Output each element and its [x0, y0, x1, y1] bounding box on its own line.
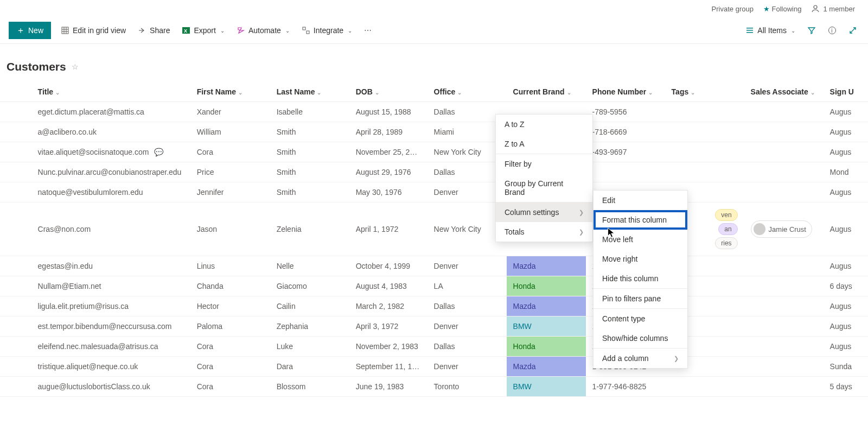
menu-column-settings[interactable]: Column settings❯	[496, 202, 592, 222]
cell-title[interactable]: ligula.elit.pretium@risus.ca	[31, 296, 190, 317]
cell-lastname: Smith	[270, 162, 349, 182]
menu-sort-az[interactable]: A to Z	[496, 115, 592, 134]
integrate-button[interactable]: Integrate⌄	[299, 23, 354, 38]
chevron-down-icon: ⌄	[457, 90, 462, 96]
cell-office: New York City	[427, 202, 507, 256]
cell-title[interactable]: a@aclibero.co.uk	[31, 122, 190, 142]
automate-button[interactable]: Automate⌄	[234, 23, 292, 38]
menu-filter-by[interactable]: Filter by	[496, 154, 592, 174]
table-row[interactable]: Nullam@Etiam.netChandaGiacomoAugust 4, 1…	[0, 276, 868, 296]
excel-icon: X	[182, 26, 190, 35]
cell-dob: September 11, 1990	[349, 357, 427, 377]
favorite-star[interactable]: ☆	[72, 62, 79, 71]
table-row[interactable]: egestas@in.eduLinusNelleOctober 4, 1999D…	[0, 256, 868, 276]
table-row[interactable]: est.tempor.bibendum@neccursusa.comPaloma…	[0, 317, 868, 337]
comment-icon[interactable]: 💬	[154, 148, 163, 156]
col-office[interactable]: Office⌄	[427, 82, 507, 102]
grid-icon	[61, 26, 69, 35]
menu-group-by[interactable]: Group by Current Brand	[496, 174, 592, 202]
following-toggle[interactable]: ★ Following	[763, 5, 802, 13]
submenu-edit[interactable]: Edit	[593, 191, 687, 210]
chevron-down-icon: ⌄	[648, 90, 653, 96]
table-row[interactable]: ligula.elit.pretium@risus.caHectorCailin…	[0, 296, 868, 317]
cell-firstname: Cora	[190, 357, 270, 377]
cell-phone	[586, 162, 665, 182]
col-sign[interactable]: Sign U	[824, 82, 868, 102]
cell-firstname: Price	[190, 162, 270, 182]
cell-office: Denver	[427, 256, 507, 276]
overflow-button[interactable]: ⋯	[362, 23, 374, 38]
cell-title[interactable]: eleifend.nec.malesuada@atrisus.ca	[31, 337, 190, 357]
cell-dob: May 30, 1976	[349, 182, 427, 202]
cell-title[interactable]: Cras@non.com	[31, 202, 190, 256]
cell-phone: -493-9697	[586, 142, 665, 162]
cell-title[interactable]: eget.dictum.placerat@mattis.ca	[31, 102, 190, 122]
cell-title[interactable]: Nunc.pulvinar.arcu@conubianostraper.edu	[31, 162, 190, 182]
chevron-down-icon: ⌄	[285, 28, 290, 34]
table-row[interactable]: eget.dictum.placerat@mattis.caXanderIsab…	[0, 102, 868, 122]
table-row[interactable]: vitae.aliquet@sociisnatoque.com💬CoraSmit…	[0, 142, 868, 162]
view-selector[interactable]: All Items⌄	[743, 23, 797, 38]
info-button[interactable]: i	[826, 24, 839, 37]
cell-office: Denver	[427, 182, 507, 202]
cell-office: New York City	[427, 142, 507, 162]
cell-title[interactable]: egestas@in.edu	[31, 256, 190, 276]
chevron-right-icon: ❯	[579, 229, 584, 236]
cell-title[interactable]: Nullam@Etiam.net	[31, 276, 190, 296]
submenu-hide-column[interactable]: Hide this column	[593, 269, 687, 288]
col-brand[interactable]: Current Brand⌄	[507, 82, 586, 102]
col-phone[interactable]: Phone Number⌄	[586, 82, 665, 102]
table-row[interactable]: natoque@vestibulumlorem.eduJenniferSmith…	[0, 182, 868, 202]
submenu-move-right[interactable]: Move right	[593, 249, 687, 269]
col-lastname[interactable]: Last Name⌄	[270, 82, 349, 102]
col-firstname[interactable]: First Name⌄	[190, 82, 270, 102]
table-row[interactable]: Cras@non.comJasonZeleniaApril 1, 1972New…	[0, 202, 868, 256]
export-button[interactable]: X Export⌄	[180, 23, 226, 38]
table-row[interactable]: eleifend.nec.malesuada@atrisus.caCoraLuk…	[0, 337, 868, 357]
cell-title[interactable]: natoque@vestibulumlorem.edu	[31, 182, 190, 202]
submenu-format-column[interactable]: Format this column	[593, 210, 687, 230]
cell-lastname: Zephania	[270, 317, 349, 337]
share-icon	[138, 26, 146, 35]
submenu-move-left[interactable]: Move left	[593, 230, 687, 249]
cell-associate	[744, 102, 824, 122]
cell-dob: April 28, 1989	[349, 122, 427, 142]
menu-totals[interactable]: Totals❯	[496, 222, 592, 242]
table-row[interactable]: a@aclibero.co.ukWilliamSmithApril 28, 19…	[0, 122, 868, 142]
col-assoc[interactable]: Sales Associate⌄	[744, 82, 824, 102]
chevron-right-icon: ❯	[579, 209, 584, 216]
cell-firstname: Hector	[190, 296, 270, 317]
share-button[interactable]: Share	[136, 23, 172, 38]
chevron-down-icon: ⌄	[317, 90, 321, 96]
submenu-pin-filters[interactable]: Pin to filters pane	[593, 288, 687, 308]
cell-brand: Mazda	[507, 256, 586, 276]
cell-signup: Augus	[824, 182, 868, 202]
col-dob[interactable]: DOB⌄	[349, 82, 427, 102]
filter-button[interactable]	[805, 24, 818, 37]
cell-title[interactable]: tristique.aliquet@neque.co.uk	[31, 357, 190, 377]
cell-signup: Augus	[824, 102, 868, 122]
edit-grid-button[interactable]: Edit in grid view	[59, 23, 128, 38]
cell-dob: June 19, 1983	[349, 377, 427, 397]
member-count[interactable]: 1 member	[811, 4, 855, 13]
table-row[interactable]: Nunc.pulvinar.arcu@conubianostraper.eduP…	[0, 162, 868, 182]
cell-office: Dallas	[427, 162, 507, 182]
submenu-show-hide[interactable]: Show/hide columns	[593, 328, 687, 348]
svg-text:i: i	[831, 28, 832, 34]
cell-title[interactable]: vitae.aliquet@sociisnatoque.com💬	[31, 142, 190, 162]
submenu-content-type[interactable]: Content type	[593, 308, 687, 328]
command-bar: ＋New Edit in grid view Share X Export⌄ A…	[0, 17, 868, 44]
cell-associate	[744, 337, 824, 357]
submenu-add-column[interactable]: Add a column❯	[593, 348, 687, 368]
col-title[interactable]: Title⌄	[31, 82, 190, 102]
col-tags[interactable]: Tags⌄	[665, 82, 744, 102]
cell-phone: -789-5956	[586, 102, 665, 122]
table-row[interactable]: tristique.aliquet@neque.co.ukCoraDaraSep…	[0, 357, 868, 377]
new-button[interactable]: ＋New	[9, 22, 51, 39]
menu-sort-za[interactable]: Z to A	[496, 134, 592, 154]
group-privacy: Private group	[712, 5, 754, 13]
expand-button[interactable]	[846, 24, 859, 37]
cell-title[interactable]: est.tempor.bibendum@neccursusa.com	[31, 317, 190, 337]
table-row[interactable]: augue@luctuslobortisClass.co.ukCoraBloss…	[0, 377, 868, 397]
cell-title[interactable]: augue@luctuslobortisClass.co.uk	[31, 377, 190, 397]
